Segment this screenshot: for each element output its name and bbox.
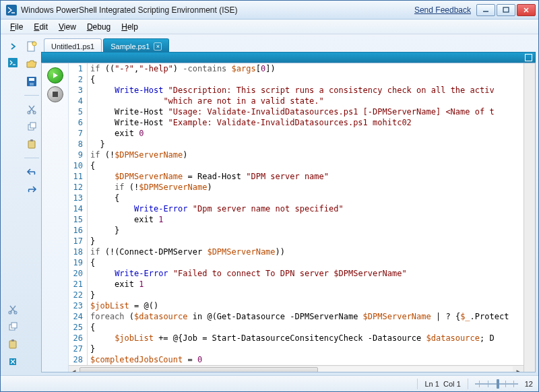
workspace: Untitled1.ps1 Sample.ps1 × [1,34,538,375]
cut-icon[interactable] [6,302,20,316]
clipboard-tools-group [6,302,20,368]
maximize-button[interactable] [497,4,515,16]
svg-rect-8 [11,339,14,341]
svg-rect-18 [30,123,36,128]
svg-rect-6 [11,323,17,328]
redo-icon[interactable] [25,183,38,196]
statusbar: Ln 1 Col 1 12 [1,375,538,391]
menubar: File Edit View Debug Help [1,20,538,34]
window-controls [476,4,536,16]
send-feedback-link[interactable]: Send Feedback [414,5,471,15]
stop-button[interactable] [47,86,63,102]
vertical-scrollbar[interactable] [524,63,535,372]
minimize-button[interactable] [476,4,495,16]
command-pane-strip [3,37,22,372]
line-number-gutter: 1234567891011121314151617181920212223242… [69,63,88,365]
titlebar[interactable]: Windows PowerShell Integrated Scripting … [1,1,538,20]
undo-icon[interactable] [25,165,38,178]
powershell-icon [6,5,17,15]
menu-debug[interactable]: Debug [82,21,116,33]
zoom-value: 12 [525,380,533,388]
scroll-thumb[interactable] [80,367,318,372]
menu-file[interactable]: File [5,21,28,33]
zoom-slider[interactable] [475,381,518,387]
copy-icon[interactable] [6,320,20,333]
clear-icon[interactable] [6,355,20,368]
svg-rect-2 [8,58,18,67]
editor-panel: Untitled1.ps1 Sample.ps1 × [41,37,536,372]
copy-icon-2[interactable] [25,120,38,133]
svg-rect-1 [503,7,509,12]
paste-icon-2[interactable] [25,137,38,151]
run-toolbar [42,63,69,372]
tab-untitled1[interactable]: Untitled1.ps1 [44,38,102,52]
editor-frame: 1234567891011121314151617181920212223242… [41,63,536,372]
status-line: Ln 1 Col 1 [424,380,460,388]
editor-viewport[interactable]: 1234567891011121314151617181920212223242… [69,63,524,372]
svg-rect-13 [29,78,34,81]
scroll-left-icon[interactable]: ◄ [69,366,80,372]
tab-close-icon[interactable]: × [154,42,162,51]
open-file-icon[interactable] [25,57,38,71]
tab-label: Untitled1.ps1 [51,40,94,53]
restore-pane-icon[interactable] [525,54,532,61]
svg-point-11 [32,42,36,46]
menu-help[interactable]: Help [116,21,144,33]
ps-prompt-icon[interactable] [6,56,20,69]
run-button[interactable] [47,67,63,84]
scroll-right-icon[interactable]: ► [513,366,524,372]
new-file-icon[interactable] [25,40,38,53]
horizontal-scrollbar[interactable]: ◄ ► [69,365,524,372]
tab-sample[interactable]: Sample.ps1 × [103,38,169,52]
window-root: Windows PowerShell Integrated Scripting … [0,0,539,392]
window-title: Windows PowerShell Integrated Scripting … [21,5,237,15]
save-file-icon[interactable] [25,75,38,88]
editor-tabbar: Untitled1.ps1 Sample.ps1 × [41,37,536,52]
editor-header-strip [41,52,536,63]
code-area[interactable]: if (("-?","-help") -contains $args[0]){ … [88,63,524,365]
svg-rect-7 [9,341,16,348]
file-toolbar [22,37,41,372]
svg-rect-19 [28,141,35,148]
menu-view[interactable]: View [53,21,82,33]
paste-icon[interactable] [6,337,20,351]
chevron-right-icon[interactable] [6,40,20,53]
svg-rect-21 [53,92,58,97]
tab-label: Sample.ps1 [110,40,150,53]
cut-icon-2[interactable] [25,102,38,116]
menu-edit[interactable]: Edit [28,21,53,33]
svg-rect-14 [30,83,34,86]
svg-rect-20 [30,139,33,141]
close-button[interactable] [517,4,536,16]
